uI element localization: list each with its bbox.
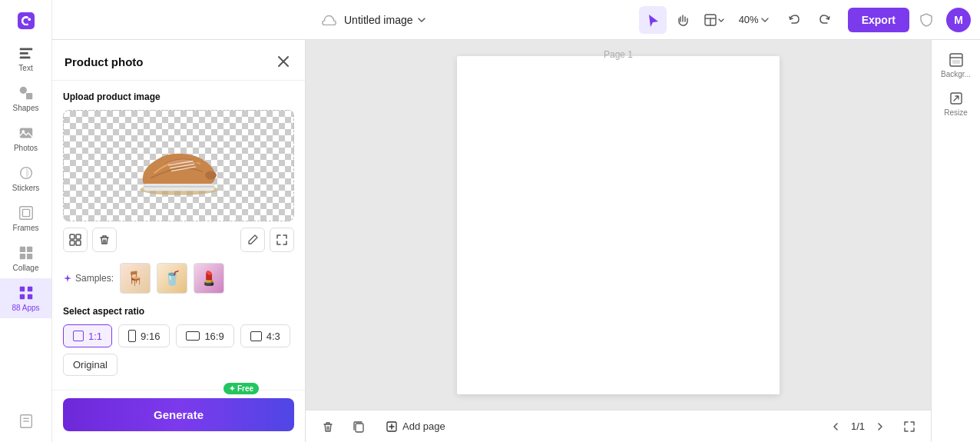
collage-icon — [18, 244, 35, 261]
background-panel-icon — [949, 52, 964, 68]
cloud-icon-wrapper — [321, 12, 338, 28]
samples-label: Samples: — [63, 273, 114, 284]
copy-page-button[interactable] — [347, 415, 370, 438]
generate-area: ✦ Free Generate — [52, 390, 305, 442]
svg-point-29 — [205, 171, 217, 179]
product-shoe-image — [133, 131, 225, 201]
cloud-icon — [321, 12, 338, 28]
canvas-area: Page 1 Add page 1/1 — [306, 40, 931, 442]
sample-glass[interactable]: 🥤 — [157, 263, 187, 294]
trash-canvas-icon — [321, 420, 335, 434]
undo-icon — [787, 13, 801, 27]
expand-button[interactable] — [270, 228, 294, 252]
sidebar-item-collage[interactable]: Collage — [0, 238, 51, 278]
sample-chair[interactable]: 🪑 — [120, 263, 151, 294]
add-page-icon — [386, 420, 398, 433]
ratio-4-3-button[interactable]: 4:3 — [240, 324, 290, 347]
svg-rect-6 — [26, 93, 32, 99]
svg-rect-11 — [22, 209, 29, 216]
ratio-original-button[interactable]: Original — [63, 354, 118, 376]
export-button[interactable]: Export — [848, 8, 909, 32]
copy-icon — [352, 420, 366, 434]
sidebar-item-notes[interactable] — [0, 407, 51, 436]
sidebar-item-frames[interactable]: Frames — [0, 198, 51, 238]
ratio-16-9-button[interactable]: 16:9 — [176, 324, 233, 347]
sidebar-item-shapes[interactable]: Shapes — [0, 78, 51, 118]
canvas-background[interactable] — [457, 56, 780, 394]
sidebar-collage-label: Collage — [13, 264, 39, 272]
resize-panel-icon — [949, 91, 964, 106]
photos-icon — [18, 125, 35, 141]
chevron-left-icon — [830, 421, 841, 432]
svg-rect-18 — [19, 294, 24, 299]
fullscreen-button[interactable] — [899, 416, 920, 437]
product-photo-panel: Product photo Upload product image — [52, 40, 306, 442]
page-label: Page 1 — [604, 49, 633, 60]
select-tool-button[interactable] — [639, 6, 667, 34]
aspect-ratio-section: Select aspect ratio 1:1 9:16 16:9 4:3 — [63, 306, 294, 376]
landscape-ratio-icon — [186, 331, 200, 341]
sidebar-item-apps[interactable]: 88 Apps — [0, 278, 51, 318]
sidebar-logo[interactable] — [0, 6, 51, 35]
prev-page-button[interactable] — [825, 416, 846, 437]
background-panel-label: Backgr... — [941, 70, 971, 78]
frames-icon — [18, 204, 35, 221]
user-avatar[interactable]: M — [946, 8, 971, 32]
chevron-down-small-icon — [717, 16, 725, 24]
right-panel-background[interactable]: Backgr... — [932, 48, 980, 83]
title-text: Untitled image — [344, 14, 413, 26]
hand-icon — [677, 13, 690, 27]
ratio-9-16-button[interactable]: 9:16 — [118, 324, 170, 347]
panel-body: Upload product image — [52, 81, 305, 390]
redo-icon — [818, 13, 832, 27]
svg-rect-7 — [19, 128, 32, 138]
svg-rect-13 — [26, 247, 31, 252]
shield-button[interactable] — [912, 6, 940, 34]
page-counter: 1/1 — [851, 420, 865, 432]
topbar-title[interactable]: Untitled image — [344, 14, 427, 26]
scan-icon — [69, 234, 81, 246]
undo-button[interactable] — [780, 6, 808, 34]
sidebar-shapes-label: Shapes — [13, 104, 39, 112]
right-panel-resize[interactable]: Resize — [932, 86, 980, 121]
next-page-button[interactable] — [869, 416, 891, 437]
generate-button[interactable]: Generate — [63, 398, 294, 431]
zoom-control[interactable]: 40% — [731, 11, 777, 28]
page-navigation: 1/1 — [825, 416, 920, 437]
upload-toolbar — [63, 228, 294, 252]
cursor-icon — [646, 13, 660, 27]
svg-rect-10 — [19, 207, 32, 220]
redo-button[interactable] — [811, 6, 839, 34]
sidebar-item-text[interactable]: Text — [0, 38, 51, 78]
svg-rect-16 — [19, 287, 24, 291]
svg-rect-15 — [26, 254, 31, 259]
edit-button[interactable] — [240, 228, 265, 252]
upload-section-label: Upload product image — [63, 91, 294, 102]
svg-rect-34 — [70, 241, 74, 245]
text-icon — [18, 45, 35, 61]
sidebar-item-stickers[interactable]: Stickers — [0, 158, 51, 198]
layout-tool-button[interactable] — [700, 6, 728, 34]
sample-bottle[interactable]: 💄 — [194, 263, 224, 294]
square-ratio-icon — [73, 331, 84, 341]
delete-page-button[interactable] — [316, 415, 339, 438]
svg-rect-0 — [18, 12, 35, 29]
expand-icon — [276, 234, 288, 246]
sparkle-icon — [63, 274, 72, 283]
ratio-1-1-button[interactable]: 1:1 — [63, 324, 112, 347]
panel-close-button[interactable] — [274, 52, 293, 71]
topbar-tools: 40% Export M — [639, 6, 971, 34]
upload-area[interactable] — [63, 110, 294, 221]
svg-rect-35 — [76, 241, 81, 245]
add-page-button[interactable]: Add page — [378, 417, 453, 436]
svg-point-5 — [19, 87, 26, 94]
scan-button[interactable] — [63, 228, 88, 252]
sidebar-frames-label: Frames — [13, 224, 39, 232]
sidebar-text-label: Text — [18, 64, 32, 72]
delete-button[interactable] — [92, 228, 117, 252]
svg-rect-17 — [27, 287, 31, 291]
pan-tool-button[interactable] — [670, 6, 697, 34]
sidebar-item-photos[interactable]: Photos — [0, 118, 51, 158]
canvas-page[interactable]: Page 1 — [306, 40, 931, 410]
svg-rect-19 — [27, 294, 31, 299]
